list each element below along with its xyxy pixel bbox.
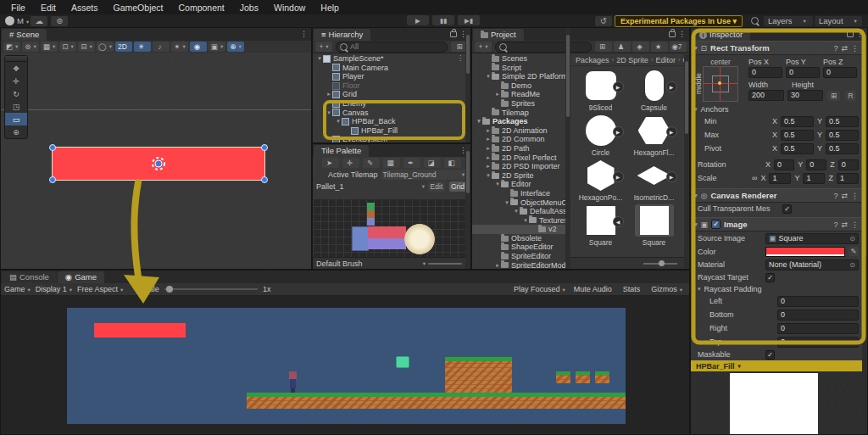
pad-bottom-field[interactable]: 0 [777, 310, 859, 321]
palette-move-tool[interactable]: ✛ [342, 158, 359, 168]
menu-item[interactable]: File [3, 2, 33, 14]
hierarchy-item-eventsystem[interactable]: EventSystem [313, 135, 465, 142]
menu-item[interactable]: Edit [33, 2, 64, 14]
project-folder-defaultassets[interactable]: ▾ DefaultAssets [472, 207, 565, 216]
hierarchy-item-samplescene[interactable]: ▾ SampleScene* ⋮ [313, 54, 465, 64]
blend-values-button[interactable]: ⊞ [827, 91, 840, 101]
palette-tile[interactable] [367, 210, 375, 218]
breadcrumb-item[interactable]: 2D Sprite [616, 56, 648, 64]
project-folder-scenes[interactable]: Scenes [472, 54, 565, 64]
pad-left-field[interactable]: 0 [777, 296, 859, 307]
rotate-tool[interactable]: ↻ [5, 87, 27, 100]
pos-z-field[interactable]: 0 [823, 67, 857, 78]
search-by-type-icon[interactable]: ♟ [614, 42, 631, 52]
visibility-toggle[interactable]: ◉ [190, 42, 207, 52]
active-tilemap-dropdown[interactable]: Tilemap_Ground▾ [381, 170, 466, 180]
brush-slider[interactable] [428, 263, 462, 265]
services-icon[interactable]: ⊚ [51, 16, 68, 26]
palette-tile[interactable] [367, 218, 375, 226]
search-in-icon[interactable]: ⊞ [595, 42, 612, 52]
scene-viewport[interactable]: ❖✛↻◳▭⊕ [1, 53, 311, 269]
pad-top-field[interactable]: 0 [777, 337, 859, 348]
project-folder-2d-psd-importer[interactable]: ▸ 2D PSD Importer [472, 162, 565, 171]
project-folder-tilemap[interactable]: Tilemap [472, 109, 565, 118]
asset-hexagon-pointed[interactable]: ▶ HexagonPo... [574, 157, 627, 202]
hidden-count-icon[interactable]: ◉7 [670, 42, 687, 52]
account-dropdown[interactable]: M▾ [17, 16, 29, 25]
pad-right-field[interactable]: 0 [777, 323, 859, 334]
hierarchy-item-main-camera[interactable]: Main Camera [313, 64, 465, 73]
expand-badge-icon[interactable]: ◀ [613, 216, 624, 227]
eyedropper-icon[interactable]: ✎ [849, 247, 859, 256]
presets-icon[interactable]: ⇄ [841, 44, 848, 53]
expand-badge-icon[interactable]: ▶ [613, 171, 624, 182]
rect-handle-bl[interactable] [49, 176, 56, 183]
preview-header[interactable]: HPBar_Fill▾ [691, 360, 862, 371]
scale-tool[interactable]: ◳ [5, 100, 27, 113]
help-icon[interactable]: ? [833, 44, 837, 53]
aspect-dropdown[interactable]: Free Aspect▾ [77, 285, 123, 293]
display-dropdown[interactable]: Display 1▾ [36, 285, 72, 293]
label-icon[interactable]: ◈ [632, 42, 649, 52]
rect-transform-tool[interactable]: ▭ [5, 113, 27, 125]
hierarchy-item-hpbar-back[interactable]: ▾ HPBar_Back [313, 117, 465, 126]
anchors-foldout[interactable]: ▾Anchors [691, 103, 862, 114]
inspector-lock-icon[interactable] [847, 31, 854, 37]
project-folder-simple-2d-platformer[interactable]: ▾ Simple 2D Platformer [472, 72, 565, 81]
tab-inspector[interactable]: i Inspector [692, 29, 750, 41]
anchor-max-x-field[interactable]: 0.5 [781, 130, 814, 141]
tile-palette-grid[interactable] [313, 198, 465, 258]
hierarchy-item-enemy[interactable]: Enemy [313, 99, 465, 109]
project-folder-textures[interactable]: ▾ Textures [472, 216, 565, 226]
project-folder-editor[interactable]: ▾ Editor [472, 180, 565, 189]
lighting-toggle[interactable]: ☀ [134, 42, 151, 52]
asset-zoom-slider[interactable] [643, 263, 677, 265]
menu-item[interactable]: GameObject [106, 2, 171, 14]
brush-dropdown[interactable]: Default Brush [316, 259, 363, 268]
tab-game[interactable]: ◉Game [58, 271, 104, 283]
rotation-z-field[interactable]: 0 [838, 159, 859, 170]
rotation-x-field[interactable]: 0 [774, 159, 794, 170]
palette-fill-tool[interactable]: ◧ [444, 158, 461, 168]
project-folder-demo[interactable]: Demo [472, 81, 565, 91]
palette-tile[interactable] [367, 203, 375, 210]
hierarchy-item-player[interactable]: Player [313, 72, 465, 81]
asset-circle[interactable]: ▶ Circle [574, 112, 627, 157]
expand-badge-icon[interactable]: ▶ [666, 81, 677, 92]
pause-button[interactable]: ▮▮ [432, 15, 454, 25]
camera-settings-button[interactable]: ▣▾ [209, 42, 225, 52]
pos-y-field[interactable]: 0 [786, 67, 820, 78]
component-kebab-icon[interactable]: ⋮ [851, 44, 859, 53]
menu-item[interactable]: Help [313, 2, 347, 14]
expand-badge-icon[interactable]: ▶ [666, 126, 677, 137]
material-field[interactable]: None (Material)⊙ [765, 259, 859, 270]
palette-box-fill-tool[interactable]: ▦ [383, 158, 400, 168]
presets-icon[interactable]: ⇄ [841, 192, 848, 200]
width-field[interactable]: 200 [748, 90, 784, 101]
project-search-input[interactable] [495, 42, 592, 53]
hierarchy-item-grid[interactable]: ▸ Grid [313, 90, 465, 99]
palette-grid-button[interactable]: Grid [449, 181, 466, 192]
grid-snap-button[interactable]: ▦▾ [41, 42, 58, 52]
inspector-scrollbar[interactable] [862, 28, 867, 434]
mute-audio-button[interactable]: Mute Audio [574, 285, 615, 293]
project-kebab-icon[interactable]: ⋮ [678, 30, 686, 38]
project-folder-2d-common[interactable]: ▸ 2D Common [472, 135, 565, 144]
asset-9sliced[interactable]: ▶ 9Sliced [574, 67, 627, 112]
lock-icon[interactable] [450, 31, 457, 37]
object-picker-icon[interactable]: ⊙ [849, 235, 855, 243]
favorites-icon[interactable]: ★ [651, 42, 668, 52]
snap-settings-button[interactable]: ⊡▾ [59, 42, 76, 52]
rect-handle-tr[interactable] [261, 144, 268, 151]
step-button[interactable]: ▶▮ [458, 15, 480, 25]
tool-handle-pivot-button[interactable]: ◩▾ [3, 42, 20, 52]
asset-square-sprite[interactable]: Square [627, 202, 681, 247]
tab-project[interactable]: Project [473, 29, 524, 41]
project-folder-shapeeditor[interactable]: ShapeEditor [472, 243, 565, 252]
tile-palette-scrollbar[interactable] [465, 144, 470, 269]
experimental-packages-warning[interactable]: Experimental Packages In Use ▾ [615, 15, 743, 27]
rotation-y-field[interactable]: 0 [806, 159, 826, 170]
palette-paint-tool[interactable]: ✎ [363, 158, 380, 168]
project-folder-sprites[interactable]: Sprites [472, 99, 565, 109]
palette-edit-button[interactable]: Edit [428, 181, 445, 192]
